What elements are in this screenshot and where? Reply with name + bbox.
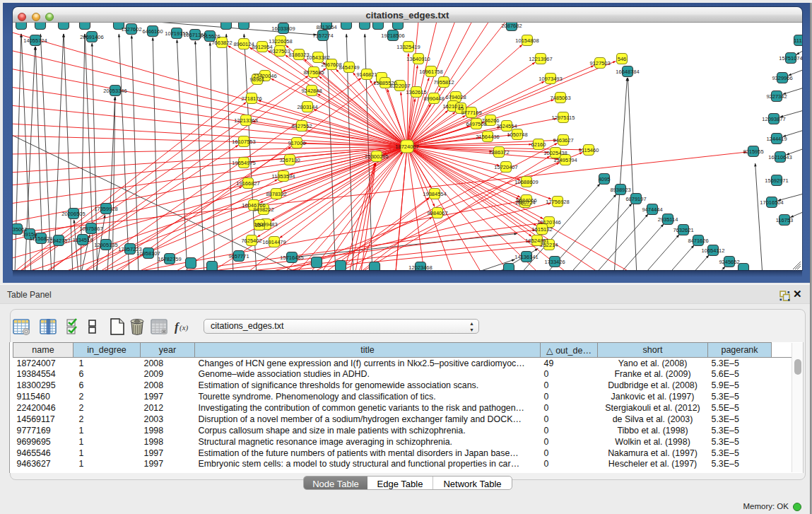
- svg-text:16107553: 16107553: [232, 139, 255, 145]
- svg-text:19654975: 19654975: [232, 160, 255, 166]
- svg-text:15716485: 15716485: [280, 255, 303, 261]
- svg-text:18724007: 18724007: [395, 144, 418, 150]
- svg-text:252214: 252214: [540, 242, 558, 248]
- svg-text:6879197: 6879197: [625, 196, 646, 202]
- svg-text:9498222: 9498222: [253, 206, 273, 213]
- svg-text:4095: 4095: [599, 176, 611, 182]
- svg-text:154: 154: [255, 222, 264, 228]
- svg-text:10975867: 10975867: [79, 226, 102, 232]
- svg-text:116753: 116753: [776, 217, 793, 223]
- svg-text:13495794: 13495794: [553, 157, 577, 163]
- svg-text:6466160: 6466160: [142, 28, 163, 35]
- svg-text:16210643: 16210643: [768, 154, 792, 160]
- svg-text:20206505: 20206505: [61, 211, 85, 217]
- svg-text:21564436: 21564436: [476, 134, 499, 140]
- svg-text:20691406: 20691406: [80, 34, 103, 40]
- svg-text:13640910: 13640910: [406, 56, 430, 62]
- svg-text:7632621: 7632621: [673, 227, 693, 233]
- svg-text:9777169: 9777169: [461, 110, 481, 116]
- svg-text:15751074: 15751074: [779, 55, 802, 62]
- svg-text:12213967: 12213967: [529, 56, 552, 62]
- svg-text:98961: 98961: [250, 76, 265, 83]
- svg-text:7625402: 7625402: [241, 238, 261, 244]
- svg-text:12023468: 12023468: [408, 264, 432, 271]
- svg-text:8322037: 8322037: [389, 83, 410, 89]
- svg-text:7886372: 7886372: [488, 149, 509, 156]
- svg-text:10973493: 10973493: [539, 76, 562, 82]
- svg-text:19218506: 19218506: [381, 33, 404, 39]
- svg-text:9084067: 9084067: [427, 210, 447, 216]
- svg-text:7663822: 7663822: [211, 40, 232, 46]
- svg-text:9657771: 9657771: [228, 253, 249, 259]
- svg-text:11353594: 11353594: [272, 173, 295, 180]
- svg-text:62160: 62160: [531, 141, 546, 148]
- svg-text:16914479: 16914479: [262, 239, 286, 245]
- svg-text:546: 546: [618, 56, 627, 62]
- svg-text:8427552: 8427552: [291, 123, 312, 129]
- svg-text:19384554: 19384554: [423, 191, 446, 197]
- svg-text:8990448: 8990448: [423, 95, 444, 102]
- svg-text:1134519: 1134519: [73, 237, 93, 243]
- svg-text:3267130: 3267130: [279, 157, 300, 163]
- svg-text:16782759: 16782759: [158, 256, 181, 262]
- svg-text:13226058: 13226058: [269, 38, 292, 45]
- svg-text:8454749: 8454749: [339, 64, 359, 71]
- svg-text:17359928: 17359928: [94, 206, 117, 212]
- svg-text:7515526: 7515526: [199, 33, 220, 40]
- svg-text:8878332: 8878332: [266, 191, 286, 197]
- svg-text:10958107: 10958107: [136, 250, 160, 257]
- svg-text:10688609: 10688609: [514, 179, 538, 185]
- svg-text:1733426: 1733426: [544, 259, 565, 265]
- svg-text:19166827: 19166827: [236, 180, 259, 187]
- svg-text:9463627: 9463627: [553, 137, 573, 144]
- svg-text:10654112: 10654112: [702, 247, 725, 254]
- svg-text:10543382: 10543382: [306, 54, 329, 61]
- svg-text:7955812: 7955812: [433, 79, 454, 86]
- svg-text:17016504: 17016504: [760, 199, 783, 206]
- svg-text:12975115: 12975115: [552, 115, 575, 121]
- svg-text:9127503: 9127503: [589, 60, 610, 66]
- svg-text:1112: 1112: [794, 37, 802, 44]
- svg-text:9146821: 9146821: [356, 71, 377, 78]
- svg-text:12905135: 12905135: [94, 242, 117, 248]
- svg-text:(x): (x): [180, 323, 189, 332]
- svg-text:917006: 917006: [288, 140, 305, 146]
- svg-text:1527602: 1527602: [121, 26, 141, 33]
- svg-text:1615132: 1615132: [531, 226, 552, 233]
- svg-text:17756928: 17756928: [546, 199, 569, 205]
- svg-text:2087682: 2087682: [501, 23, 522, 29]
- svg-text:10025438: 10025438: [543, 150, 567, 156]
- svg-text:1244419: 1244419: [766, 136, 787, 142]
- svg-text:9115460: 9115460: [579, 147, 599, 153]
- svg-text:25300295: 25300295: [365, 153, 388, 160]
- svg-text:13325419: 13325419: [396, 44, 420, 50]
- svg-text:20053346: 20053346: [103, 88, 126, 94]
- svg-text:10154808: 10154808: [515, 37, 539, 44]
- svg-text:1362615: 1362615: [406, 89, 426, 95]
- svg-text:8938923: 8938923: [610, 187, 630, 193]
- svg-text:9245652: 9245652: [719, 259, 739, 265]
- svg-text:9684066: 9684066: [516, 197, 536, 204]
- svg-text:12942757: 12942757: [47, 238, 70, 244]
- svg-text:12093877: 12093877: [762, 116, 785, 122]
- svg-text:2803144: 2803144: [297, 104, 317, 110]
- svg-text:14055724: 14055724: [23, 37, 47, 44]
- svg-text:6794028: 6794028: [445, 94, 466, 100]
- svg-text:10120746: 10120746: [537, 219, 560, 226]
- svg-text:9227342: 9227342: [766, 93, 787, 100]
- svg-text:9242848: 9242848: [301, 88, 322, 94]
- svg-text:2718176: 2718176: [241, 95, 261, 102]
- svg-text:3624554: 3624554: [496, 123, 517, 129]
- svg-text:9474444: 9474444: [642, 206, 662, 213]
- svg-text:7485063: 7485063: [550, 95, 570, 101]
- svg-text:16961758: 16961758: [419, 69, 442, 75]
- svg-text:16033809: 16033809: [271, 25, 295, 32]
- svg-text:15720407: 15720407: [494, 164, 517, 170]
- svg-text:15692971: 15692971: [765, 177, 788, 184]
- svg-text:9329966: 9329966: [772, 75, 792, 81]
- svg-text:8813054: 8813054: [316, 24, 336, 30]
- svg-text:7357274: 7357274: [312, 33, 333, 39]
- svg-text:2935114: 2935114: [658, 216, 678, 223]
- svg-text:8215955: 8215955: [743, 148, 763, 155]
- svg-text:16648784: 16648784: [616, 69, 639, 75]
